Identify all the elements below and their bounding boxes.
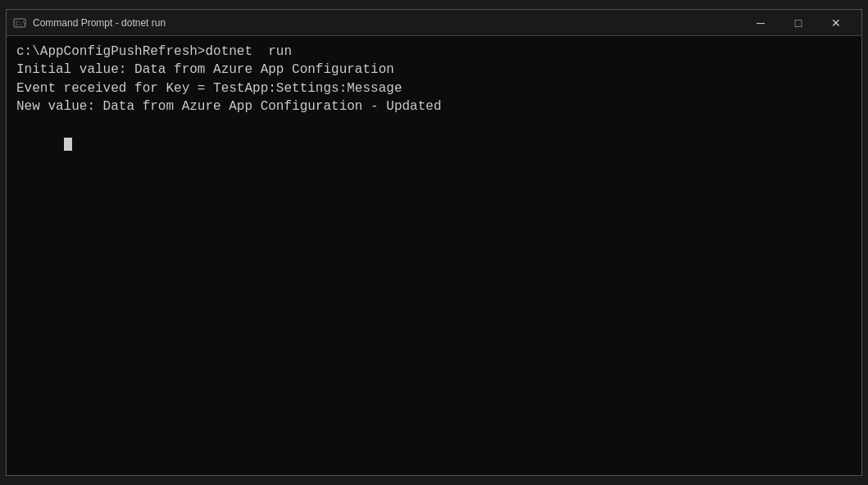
title-bar: C:\ Command Prompt - dotnet run ─ □ ✕: [7, 10, 861, 36]
window-icon: C:\: [13, 16, 26, 29]
maximize-button[interactable]: □: [779, 10, 817, 36]
terminal-line-new-value: New value: Data from Azure App Configura…: [16, 97, 852, 116]
terminal-cursor-line: [16, 116, 852, 171]
minimize-button[interactable]: ─: [742, 10, 779, 36]
terminal-line-event: Event received for Key = TestApp:Setting…: [16, 79, 852, 97]
command-prompt-window: C:\ Command Prompt - dotnet run ─ □ ✕ c:…: [6, 9, 862, 476]
terminal-cursor: [64, 138, 72, 151]
window-title: Command Prompt - dotnet run: [33, 17, 742, 29]
terminal-line-command: c:\AppConfigPushRefresh>dotnet run: [16, 43, 852, 61]
svg-text:C:\: C:\: [16, 20, 26, 27]
terminal-line-initial: Initial value: Data from Azure App Confi…: [16, 61, 852, 79]
terminal-body[interactable]: c:\AppConfigPushRefresh>dotnet run Initi…: [7, 36, 861, 475]
window-controls: ─ □ ✕: [742, 10, 855, 36]
close-button[interactable]: ✕: [817, 10, 855, 36]
